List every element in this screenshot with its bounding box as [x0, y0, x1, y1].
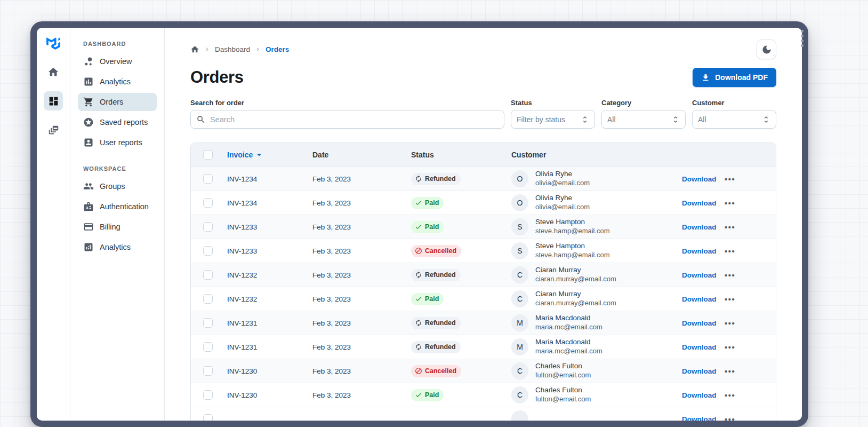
download-link[interactable]: Download [682, 271, 717, 279]
row-more-button[interactable]: ••• [725, 175, 735, 184]
table-row: INV-1233 Feb 3, 2023 Cancelled S Steve H… [191, 239, 776, 263]
customer-name: Maria Macdonald [535, 338, 602, 347]
row-more-button[interactable]: ••• [725, 343, 735, 352]
sidebar-item-analytics[interactable]: Analytics [78, 73, 157, 91]
breadcrumb-dashboard[interactable]: Dashboard [215, 45, 250, 53]
customer-name: Olivia Ryhe [535, 194, 590, 203]
avatar: M [511, 314, 528, 331]
download-link[interactable]: Download [682, 223, 717, 231]
column-header-invoice[interactable]: Invoice [227, 149, 312, 160]
invoice-cell: INV-1232 [227, 271, 312, 279]
sidebar-item-billing[interactable]: Billing [78, 218, 157, 236]
cart-icon [83, 97, 94, 107]
row-checkbox[interactable] [203, 198, 213, 208]
row-checkbox[interactable] [203, 294, 213, 304]
avatar: C [511, 386, 528, 404]
download-link[interactable]: Download [682, 247, 717, 255]
home-icon[interactable] [190, 45, 199, 54]
account-box-icon [83, 137, 94, 148]
invoice-cell: INV-1230 [227, 391, 312, 399]
table-row: INV-1233 Feb 3, 2023 Paid S Steve Hampto… [191, 215, 776, 239]
sidebar-item-overview[interactable]: Overview [78, 52, 157, 70]
unfold-more-icon [581, 115, 589, 124]
search-label: Search for order [190, 99, 504, 107]
category-filter-select[interactable]: All [601, 110, 686, 129]
select-all-checkbox[interactable] [203, 150, 213, 160]
customer-filter-select[interactable]: All [692, 110, 776, 129]
customer-email: maria.mc@email.com [535, 323, 602, 331]
download-link[interactable]: Download [682, 199, 717, 207]
search-field[interactable] [190, 110, 504, 129]
row-checkbox[interactable] [203, 366, 213, 376]
customer-name: Ciaran Murray [535, 290, 616, 299]
check-icon [415, 199, 422, 207]
download-link[interactable]: Download [682, 175, 717, 183]
row-checkbox[interactable] [203, 270, 213, 280]
customer-name: Olivia Ryhe [535, 170, 590, 179]
download-link[interactable]: Download [682, 367, 717, 375]
table-row: INV-1234 Feb 3, 2023 Refunded O Olivia R… [191, 167, 776, 191]
date-cell: Feb 3, 2023 [312, 343, 411, 351]
sidebar-item-groups[interactable]: Groups [78, 177, 157, 195]
row-checkbox[interactable] [203, 414, 213, 424]
sidebar-item-saved-reports[interactable]: Saved reports [78, 113, 157, 131]
category-filter-label: Category [601, 99, 686, 107]
mui-logo[interactable] [46, 37, 61, 50]
rail-home-button[interactable] [44, 62, 63, 82]
status-badge: Refunded [411, 341, 461, 353]
customer-email: maria.mc@email.com [535, 347, 602, 355]
download-link[interactable]: Download [682, 319, 717, 327]
customer-email: ciaran.murray@email.com [535, 275, 616, 283]
main-content: Dashboard Orders Orders Download PDF Sea… [165, 28, 802, 421]
rail-feed-button[interactable] [44, 120, 63, 139]
row-checkbox[interactable] [203, 174, 213, 184]
sidebar-item-label: Analytics [100, 77, 131, 86]
sidebar-item-orders[interactable]: Orders [78, 93, 157, 111]
orders-table: Invoice Date Status Customer INV-1234 Fe… [190, 143, 776, 427]
row-more-button[interactable]: ••• [725, 199, 735, 208]
customer-email: steve.hamp@email.com [535, 251, 610, 259]
row-more-button[interactable]: ••• [725, 295, 735, 304]
autorenew-icon [415, 319, 422, 327]
breadcrumb: Dashboard Orders [190, 45, 289, 54]
download-pdf-button[interactable]: Download PDF [693, 68, 776, 87]
row-checkbox[interactable] [203, 246, 213, 256]
breadcrumb-orders[interactable]: Orders [266, 45, 289, 53]
invoice-cell: INV-1231 [227, 343, 312, 351]
sidebar-item-label: Orders [100, 98, 123, 106]
status-filter-label: Status [511, 99, 595, 107]
customer-filter-label: Customer [692, 99, 776, 107]
window-scrollbar[interactable] [801, 30, 804, 49]
row-checkbox[interactable] [203, 390, 213, 400]
download-link[interactable]: Download [682, 415, 717, 423]
status-filter-select[interactable]: Filter by status [511, 110, 595, 129]
table-row: INV-1230 Feb 3, 2023 Cancelled C Charles… [191, 359, 776, 383]
download-link[interactable]: Download [682, 295, 717, 303]
row-more-button[interactable]: ••• [725, 391, 735, 400]
row-checkbox[interactable] [203, 222, 213, 232]
date-cell: Feb 3, 2023 [312, 271, 411, 279]
row-checkbox[interactable] [203, 318, 213, 328]
bubble-chart-icon [83, 56, 94, 67]
sidebar-item-analytics[interactable]: Analytics [78, 238, 157, 256]
status-badge: Cancelled [411, 245, 461, 257]
invoice-cell: INV-1231 [227, 319, 312, 327]
rail-dashboard-button[interactable] [44, 91, 63, 110]
group-icon [83, 181, 94, 192]
sidebar-item-authentication[interactable]: Authentication [78, 197, 157, 216]
row-more-button[interactable]: ••• [725, 247, 735, 256]
download-link[interactable]: Download [682, 343, 717, 351]
avatar: O [511, 194, 528, 211]
row-more-button[interactable]: ••• [725, 367, 735, 376]
sidebar-item-user-reports[interactable]: User reports [78, 133, 157, 152]
status-badge: Paid [411, 293, 444, 305]
search-input[interactable] [210, 115, 499, 124]
download-link[interactable]: Download [682, 391, 717, 399]
avatar: C [511, 266, 528, 283]
row-more-button[interactable]: ••• [725, 415, 735, 424]
theme-toggle-button[interactable] [757, 39, 776, 59]
row-more-button[interactable]: ••• [725, 223, 735, 232]
row-more-button[interactable]: ••• [725, 271, 735, 280]
row-more-button[interactable]: ••• [725, 319, 735, 328]
row-checkbox[interactable] [203, 342, 213, 352]
